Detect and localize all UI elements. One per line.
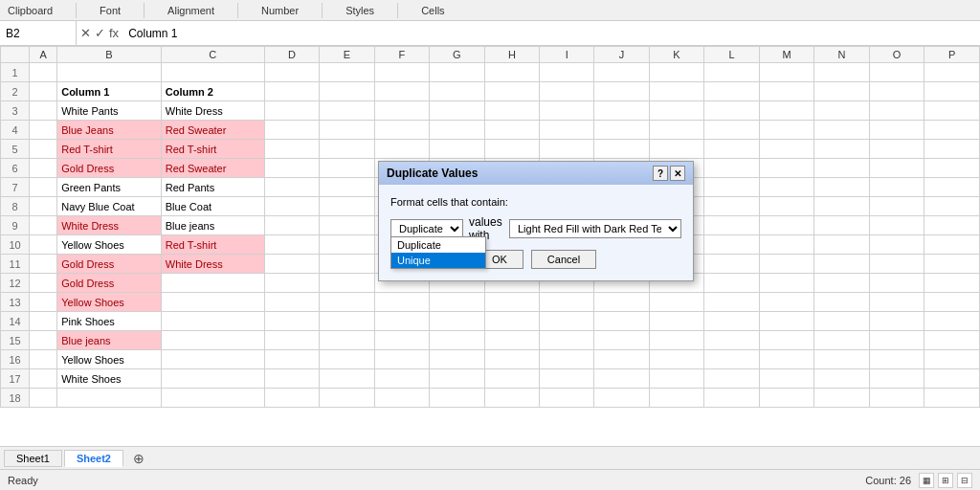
dropdown-item-unique[interactable]: Unique [391,253,485,268]
dialog-overlay: Duplicate Values ? ✕ Format cells that c… [0,46,980,408]
dialog-close-button[interactable]: ✕ [670,166,685,181]
dialog-titlebar-buttons: ? ✕ [653,166,685,181]
cancel-formula-icon[interactable]: ✕ [80,26,91,40]
cancel-button[interactable]: Cancel [531,250,596,269]
cells-label: Cells [421,5,444,16]
duplicate-values-dialog: Duplicate Values ? ✕ Format cells that c… [378,161,694,281]
formula-bar: B2 ✕ ✓ fx [0,21,980,46]
formula-icons: ✕ ✓ fx [77,26,122,40]
number-label: Number [261,5,299,16]
dialog-format-label: Format cells that contain: [390,196,681,208]
alignment-label: Alignment [167,5,214,16]
clipboard-label: Clipboard [8,5,53,16]
dialog-titlebar: Duplicate Values ? ✕ [379,162,693,185]
dialog-options-row: Duplicate values with Light Red Fill wit… [390,215,681,242]
format-style-select[interactable]: Light Red Fill with Dark Red Text [509,219,681,238]
ribbon: Clipboard Font Alignment Number Styles C… [0,0,980,21]
ribbon-sections: Clipboard Font Alignment Number Styles C… [8,3,445,18]
formula-input[interactable] [122,27,980,40]
insert-function-icon[interactable]: fx [109,26,119,40]
styles-label: Styles [345,5,374,16]
dropdown-item-duplicate[interactable]: Duplicate [391,237,485,253]
dialog-help-button[interactable]: ? [653,166,668,181]
cell-reference-box[interactable]: B2 [0,21,77,45]
dropdown-list: Duplicate Unique [390,236,486,269]
dialog-title: Duplicate Values [387,167,478,180]
dialog-body: Format cells that contain: Duplicate val… [379,185,693,280]
confirm-formula-icon[interactable]: ✓ [95,26,105,40]
font-label: Font [100,5,121,16]
duplicate-unique-select[interactable]: Duplicate [390,219,463,238]
spreadsheet: A B C D E F G H I J K L M N O P [0,46,980,408]
